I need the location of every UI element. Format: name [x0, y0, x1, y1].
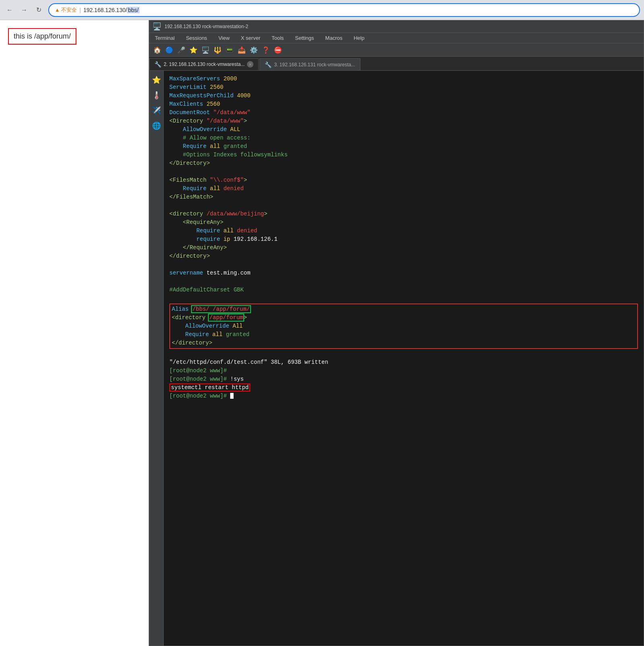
code-line-comment-charset: #AddDefaultCharset GBK: [169, 286, 638, 294]
address-highlight: bbs/: [127, 7, 139, 13]
address-text: 192.168.126.130/bbs/: [83, 7, 634, 13]
code-line-dir-beijing: <directory /data/www/beijing>: [169, 210, 638, 218]
code-line-servername: servername test.ming.com: [169, 269, 638, 277]
code-line-serverlimit: ServerLimit 2560: [169, 83, 638, 92]
page-text-box: this is /app/forum/: [8, 28, 76, 45]
code-line-dir-beijing-close: </directory>: [169, 252, 638, 260]
browser-chrome: ← → ↻ ▲ 不安全 | 192.168.126.130/bbs/: [0, 0, 644, 20]
toolbar-terminal-icon[interactable]: 📟: [225, 45, 235, 55]
code-line-blank6: [169, 350, 638, 358]
sidebar-star-icon[interactable]: ⭐: [150, 74, 163, 86]
code-line-docroot: DocumentRoot "/data/www": [169, 109, 638, 117]
address-separator: |: [79, 7, 81, 13]
toolbar-dots-icon[interactable]: 🔵: [165, 45, 174, 55]
tab-1-label: 2. 192.168.126.130 rock-vmwaresta...: [164, 62, 245, 67]
terminal-window: 🖥️ 192.168.126.130 rock-vmwarestation-2 …: [149, 20, 644, 646]
code-line-allowoverride1: AllowOverride ALL: [169, 125, 638, 134]
code-line-requireany-close: </RequireAny>: [169, 244, 638, 252]
sidebar-globe-icon[interactable]: 🌐: [150, 120, 163, 132]
toolbar-download-icon[interactable]: 📥: [237, 45, 247, 55]
tab-2-label: 3. 192.168.126.131 rock-vmwaresta...: [274, 62, 355, 68]
code-line-requireany-open: <RequireAny>: [169, 218, 638, 227]
code-line-blank4: [169, 277, 638, 286]
footer-written: "/etc/httpd/conf.d/test.conf" 38L, 693B …: [169, 358, 638, 367]
terminal-menubar: Terminal Sessions View X server Tools Se…: [149, 33, 644, 43]
footer-systemctl: systemctl restart httpd: [169, 383, 638, 392]
code-line-allowoverride2: AllowOverride All: [172, 322, 636, 330]
sidebar-icons: ⭐ 🌡️ ✈️ 🌐: [149, 71, 164, 646]
code-line-alias: Alias /bbs/ /app/forum/: [172, 305, 636, 314]
address-base: 192.168.126.130/: [83, 7, 127, 13]
menu-view[interactable]: View: [216, 34, 232, 42]
terminal-toolbar: 🏠 🔵 🎤 ⭐ 🖥️ 🔱 📟 📥 ⚙️ ❓ ⛔: [149, 43, 644, 57]
code-line-maxspare: MaxSpareServers 2000: [169, 75, 638, 83]
toolbar-home-icon[interactable]: 🏠: [152, 45, 162, 55]
code-line-dir-forum-close: </directory>: [172, 339, 636, 347]
reload-button[interactable]: ↻: [33, 4, 44, 16]
code-line-blank1: [169, 168, 638, 176]
menu-tools[interactable]: Tools: [269, 34, 286, 42]
toolbar-star-icon[interactable]: ⭐: [189, 45, 198, 55]
code-line-blank3: [169, 260, 638, 269]
code-line-blank5: [169, 294, 638, 303]
code-line-comment-opts: #Options Indexes followsymlinks: [169, 151, 638, 159]
back-button[interactable]: ←: [4, 4, 15, 16]
toolbar-monitor-icon[interactable]: 🖥️: [201, 45, 210, 55]
security-warning: ▲ 不安全: [55, 6, 77, 14]
menu-help[interactable]: Help: [351, 34, 367, 42]
toolbar-mic-icon[interactable]: 🎤: [177, 45, 186, 55]
tab-1[interactable]: 🔧 2. 192.168.126.130 rock-vmwaresta... ✕: [149, 58, 259, 70]
menu-xserver[interactable]: X server: [239, 34, 263, 42]
terminal-tabs: 🔧 2. 192.168.126.130 rock-vmwaresta... ✕…: [149, 57, 644, 71]
nav-buttons: ← → ↻: [4, 4, 44, 16]
menu-macros[interactable]: Macros: [323, 34, 345, 42]
toolbar-help-icon[interactable]: ❓: [261, 45, 271, 55]
menu-terminal[interactable]: Terminal: [152, 34, 177, 42]
code-line-maxreq: MaxRequestsPerChild 4000: [169, 92, 638, 100]
code-line-filesmatch: <FilesMatch "\\.conf$">: [169, 176, 638, 185]
terminal-output[interactable]: MaxSpareServers 2000 ServerLimit 2560 Ma…: [164, 71, 644, 646]
code-line-require1: Require all granted: [169, 142, 638, 151]
alias-section: Alias /bbs/ /app/forum/ <directory /app/…: [169, 304, 638, 349]
code-line-dir-close1: </Directory>: [169, 159, 638, 168]
browser-page: this is /app/forum/: [0, 20, 149, 646]
terminal-body: ⭐ 🌡️ ✈️ 🌐 MaxSpareServers 2000 ServerLim…: [149, 71, 644, 646]
terminal-titlebar: 🖥️ 192.168.126.130 rock-vmwarestation-2: [149, 21, 644, 33]
code-line-require2: Require all denied: [169, 185, 638, 193]
sidebar-thermometer-icon[interactable]: 🌡️: [150, 89, 163, 101]
code-line-comment-allow: # Allow open access:: [169, 134, 638, 142]
footer-sys-cmd: [root@node2 www]# !sys: [169, 375, 638, 383]
code-line-blank2: [169, 201, 638, 210]
tab-1-close[interactable]: ✕: [247, 61, 253, 68]
main-content: this is /app/forum/ 🖥️ 192.168.126.130 r…: [0, 20, 644, 646]
code-line-require3: Require all denied: [169, 227, 638, 235]
code-line-require4: Require all granted: [172, 330, 636, 339]
sidebar-plane-icon[interactable]: ✈️: [150, 105, 163, 117]
code-line-dir-forum: <directory /app/forum>: [172, 314, 636, 322]
address-bar[interactable]: ▲ 不安全 | 192.168.126.130/bbs/: [48, 3, 640, 17]
code-line-directory1: <Directory "/data/www">: [169, 117, 638, 125]
menu-settings[interactable]: Settings: [293, 34, 317, 42]
code-line-maxclients: MaxClients 2560: [169, 100, 638, 109]
toolbar-fork-icon[interactable]: 🔱: [213, 45, 222, 55]
forward-button[interactable]: →: [19, 4, 30, 16]
terminal-title: 192.168.126.130 rock-vmwarestation-2: [165, 24, 248, 29]
toolbar-gear-icon[interactable]: ⚙️: [249, 45, 259, 55]
code-line-require-ip: require ip 192.168.126.1: [169, 235, 638, 244]
code-line-filesmatch-close: </FilesMatch>: [169, 193, 638, 201]
footer-prompt1: [root@node2 www]#: [169, 367, 638, 375]
menu-sessions[interactable]: Sessions: [183, 34, 210, 42]
toolbar-stop-icon[interactable]: ⛔: [273, 45, 283, 55]
footer-prompt2: [root@node2 www]# █: [169, 392, 638, 400]
tab-2[interactable]: 🔧 3. 192.168.126.131 rock-vmwaresta...: [259, 58, 360, 70]
